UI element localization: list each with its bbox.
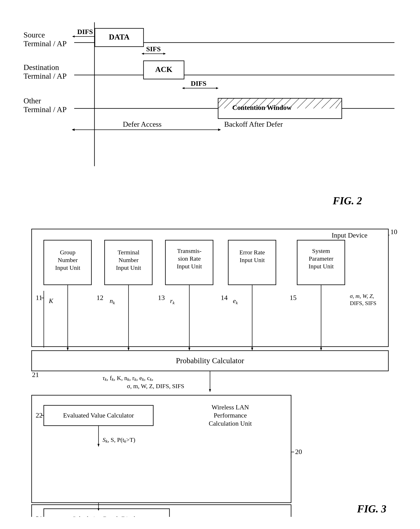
svg-text:Input Unit: Input Unit bbox=[55, 264, 80, 271]
svg-text:Contention  Window: Contention Window bbox=[232, 104, 292, 111]
svg-text:Sk, S, P(tk>T): Sk, S, P(tk>T) bbox=[103, 436, 135, 444]
page-container: Source Terminal / AP DIFS DATA SIFS Dest… bbox=[0, 0, 420, 529]
svg-text:15: 15 bbox=[290, 294, 297, 301]
svg-marker-80 bbox=[67, 348, 69, 351]
timing-diagram-svg: Source Terminal / AP DIFS DATA SIFS Dest… bbox=[17, 12, 403, 211]
svg-text:Backoff After Defer: Backoff After Defer bbox=[224, 120, 283, 128]
svg-text:σ, m, W, Z,: σ, m, W, Z, bbox=[350, 293, 374, 299]
svg-text:Performance: Performance bbox=[214, 412, 247, 419]
svg-marker-88 bbox=[188, 348, 190, 351]
svg-text:Group: Group bbox=[60, 249, 76, 256]
svg-text:Terminal / AP: Terminal / AP bbox=[24, 105, 67, 114]
svg-text:DATA: DATA bbox=[109, 33, 130, 41]
svg-text:σ, m, W, Z, DIFS, SIFS: σ, m, W, Z, DIFS, SIFS bbox=[127, 383, 184, 389]
svg-text:Wireless LAN: Wireless LAN bbox=[212, 404, 249, 411]
svg-text:20: 20 bbox=[295, 448, 302, 455]
svg-text:31: 31 bbox=[36, 515, 43, 517]
svg-text:Calculation Unit: Calculation Unit bbox=[209, 420, 252, 427]
fig2-container: Source Terminal / AP DIFS DATA SIFS Dest… bbox=[17, 12, 403, 211]
svg-text:Probability Calculator: Probability Calculator bbox=[176, 356, 244, 365]
fig3-container: 10 Input Device Group Number Input Unit … bbox=[17, 223, 403, 517]
svg-text:12: 12 bbox=[96, 294, 103, 301]
svg-text:DIFS: DIFS bbox=[191, 80, 206, 87]
svg-text:SIFS: SIFS bbox=[146, 45, 161, 53]
svg-marker-5 bbox=[72, 36, 75, 38]
fig3-svg: 10 Input Device Group Number Input Unit … bbox=[17, 223, 403, 517]
svg-marker-20 bbox=[182, 87, 184, 89]
svg-text:Number: Number bbox=[118, 257, 138, 263]
svg-text:Evaluated Value Calculator: Evaluated Value Calculator bbox=[63, 412, 134, 419]
svg-marker-11 bbox=[142, 53, 144, 55]
svg-text:Input Unit: Input Unit bbox=[309, 263, 334, 270]
svg-text:DIFS: DIFS bbox=[77, 28, 93, 36]
svg-marker-97 bbox=[320, 348, 322, 351]
svg-text:Number: Number bbox=[58, 257, 78, 263]
svg-text:11: 11 bbox=[36, 294, 42, 301]
svg-text:Error Rate: Error Rate bbox=[239, 249, 265, 256]
fig2-title: FIG. 2 bbox=[333, 195, 362, 207]
svg-text:ACK: ACK bbox=[155, 65, 172, 74]
svg-text:Calculation Result Display: Calculation Result Display bbox=[72, 515, 142, 517]
svg-rect-64 bbox=[165, 240, 213, 285]
svg-marker-102 bbox=[209, 389, 211, 392]
svg-text:Source: Source bbox=[24, 31, 45, 39]
svg-text:Terminal / AP: Terminal / AP bbox=[24, 72, 67, 80]
svg-text:Input Unit: Input Unit bbox=[177, 263, 202, 270]
svg-marker-21 bbox=[216, 87, 219, 89]
svg-text:sion Rate: sion Rate bbox=[178, 255, 201, 262]
svg-marker-12 bbox=[163, 53, 166, 55]
svg-rect-71 bbox=[297, 240, 345, 285]
fig3-title: FIG. 3 bbox=[357, 503, 386, 515]
svg-text:K: K bbox=[49, 297, 53, 304]
svg-marker-48 bbox=[218, 129, 221, 131]
svg-text:Terminal: Terminal bbox=[118, 249, 139, 256]
svg-marker-47 bbox=[72, 129, 75, 131]
svg-text:Input Unit: Input Unit bbox=[240, 257, 265, 263]
svg-marker-92 bbox=[251, 348, 253, 351]
svg-text:Destination: Destination bbox=[24, 63, 59, 72]
svg-text:DIFS, SIFS: DIFS, SIFS bbox=[350, 300, 376, 306]
svg-text:22: 22 bbox=[36, 411, 43, 419]
svg-text:21: 21 bbox=[32, 371, 39, 378]
svg-text:τk, fk, K, nk, rk, ek, ck,: τk, fk, K, nk, rk, ek, ck, bbox=[103, 375, 153, 382]
svg-text:Other: Other bbox=[24, 96, 41, 105]
svg-text:13: 13 bbox=[158, 294, 165, 301]
svg-text:System: System bbox=[312, 248, 330, 254]
svg-marker-84 bbox=[128, 348, 130, 351]
svg-text:Input Unit: Input Unit bbox=[116, 264, 141, 271]
svg-text:14: 14 bbox=[221, 294, 228, 301]
svg-text:Transmis-: Transmis- bbox=[177, 248, 202, 254]
svg-text:Input Device: Input Device bbox=[332, 231, 368, 239]
svg-text:Parameter: Parameter bbox=[309, 255, 333, 262]
svg-text:Defer Access: Defer Access bbox=[123, 120, 162, 128]
svg-text:Terminal / AP: Terminal / AP bbox=[24, 39, 67, 48]
svg-text:10: 10 bbox=[390, 228, 397, 236]
